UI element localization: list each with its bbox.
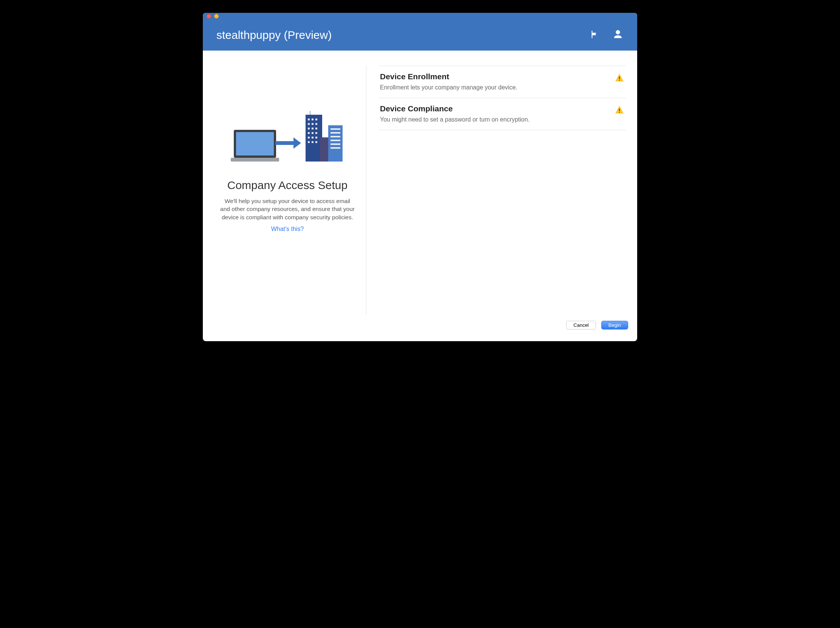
window-titlebar	[203, 13, 637, 20]
svg-rect-19	[315, 132, 317, 134]
svg-rect-15	[312, 127, 314, 129]
svg-rect-36	[619, 112, 620, 112]
svg-rect-24	[312, 141, 314, 143]
svg-rect-31	[330, 147, 340, 149]
svg-rect-14	[308, 127, 310, 129]
left-panel: Company Access Setup We'll help you setu…	[212, 66, 363, 315]
svg-rect-10	[315, 118, 317, 120]
compliance-item[interactable]: Device Compliance You might need to set …	[379, 98, 626, 130]
svg-rect-17	[308, 132, 310, 134]
flag-icon[interactable]	[590, 30, 599, 41]
user-icon[interactable]	[612, 29, 624, 41]
svg-rect-34	[619, 80, 620, 80]
svg-rect-9	[312, 118, 314, 120]
warning-icon	[614, 73, 624, 84]
svg-rect-1	[236, 132, 274, 156]
window-close-button[interactable]	[207, 14, 211, 19]
whats-this-link[interactable]: What's this?	[271, 226, 304, 233]
svg-rect-12	[312, 123, 314, 125]
svg-rect-11	[308, 123, 310, 125]
header-title: stealthpuppy (Preview)	[216, 29, 590, 41]
cancel-button[interactable]: Cancel	[566, 321, 595, 329]
svg-rect-26	[330, 128, 340, 130]
svg-rect-33	[619, 77, 620, 79]
svg-rect-23	[308, 141, 310, 143]
svg-rect-21	[312, 137, 314, 139]
warning-icon	[614, 105, 624, 116]
svg-rect-29	[330, 140, 340, 141]
svg-rect-6	[320, 137, 329, 162]
svg-rect-8	[308, 118, 310, 120]
svg-rect-13	[315, 123, 317, 125]
svg-rect-27	[330, 132, 340, 134]
content-area: Company Access Setup We'll help you setu…	[203, 50, 637, 315]
enrollment-illustration	[231, 111, 344, 172]
left-heading: Company Access Setup	[227, 179, 348, 192]
compliance-title: Device Compliance	[380, 104, 610, 113]
footer: Cancel Begin	[203, 315, 637, 341]
svg-rect-25	[315, 141, 317, 143]
right-panel: Device Enrollment Enrollment lets your c…	[369, 66, 628, 315]
svg-rect-16	[315, 127, 317, 129]
svg-rect-20	[308, 137, 310, 139]
compliance-subtitle: You might need to set a password or turn…	[380, 116, 610, 123]
svg-rect-2	[231, 158, 279, 162]
svg-rect-28	[330, 136, 340, 137]
svg-marker-4	[294, 137, 301, 149]
svg-rect-22	[315, 137, 317, 139]
enrollment-title: Device Enrollment	[380, 72, 610, 81]
svg-rect-30	[330, 143, 340, 145]
app-header: stealthpuppy (Preview)	[203, 20, 637, 50]
header-icon-group	[590, 29, 624, 41]
window-minimize-button[interactable]	[214, 14, 219, 19]
enrollment-subtitle: Enrollment lets your company manage your…	[380, 84, 610, 91]
left-description: We'll help you setup your device to acce…	[219, 197, 355, 221]
svg-rect-3	[275, 141, 294, 145]
begin-button[interactable]: Begin	[601, 321, 628, 329]
vertical-divider	[366, 66, 366, 315]
svg-rect-35	[619, 109, 620, 111]
app-window: stealthpuppy (Preview)	[203, 13, 637, 341]
enrollment-item[interactable]: Device Enrollment Enrollment lets your c…	[379, 66, 626, 98]
svg-rect-18	[312, 132, 314, 134]
